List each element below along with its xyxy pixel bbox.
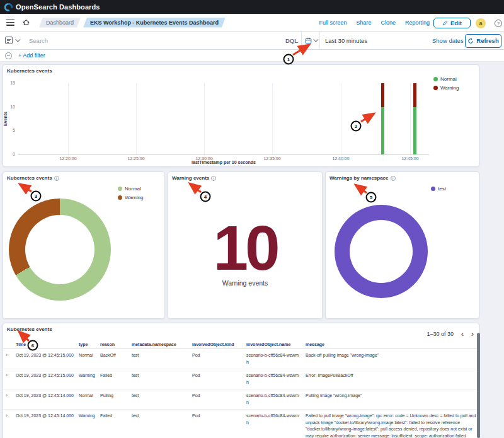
show-dates-link[interactable]: Show dates xyxy=(432,37,464,44)
metric-label: Warning events xyxy=(168,279,322,287)
donut-legend: NormalWarning xyxy=(118,186,144,200)
panel-title[interactable]: Warning eventsi xyxy=(172,175,216,181)
cell-time: Oct 19, 2023 @ 12:45:15.000 xyxy=(13,369,76,389)
y-tick-label: 0 xyxy=(5,152,15,156)
table-row[interactable]: ›Oct 19, 2023 @ 12:45:15.000WarningFaile… xyxy=(3,369,480,389)
expand-row-icon[interactable]: › xyxy=(6,412,8,418)
saved-query-menu[interactable] xyxy=(5,32,19,49)
column-header-type[interactable]: type xyxy=(76,340,98,349)
cell-type: Normal xyxy=(76,389,98,410)
cell-reason: Failed xyxy=(98,410,129,438)
filter-bar: + Add filter xyxy=(0,50,504,62)
cell-name: scenario-b-cff56c84-wzwmh xyxy=(244,389,303,410)
panel-title[interactable]: Kubernetes events xyxy=(7,68,52,74)
nav-toolbar: Dashboard EKS Workshop - Kubernetes Even… xyxy=(0,14,504,32)
cell-reason: Pulling xyxy=(98,389,129,410)
nav-action-clone[interactable]: Clone xyxy=(381,20,396,26)
y-tick-label: 5 xyxy=(5,128,15,132)
refresh-button-label: Refresh xyxy=(476,37,498,44)
table-pagination: 1–30 of 30 ‹ › xyxy=(427,331,474,337)
legend-label: test xyxy=(438,186,446,192)
namespace-donut-chart[interactable] xyxy=(335,205,428,298)
menu-icon[interactable] xyxy=(6,20,14,26)
edit-button-label: Edit xyxy=(450,20,462,26)
info-icon[interactable]: i xyxy=(391,176,396,181)
cell-type: Warning xyxy=(76,410,98,438)
cell-name: scenario-b-cff56c84-wzwmh xyxy=(244,369,303,389)
prev-page-icon[interactable]: ‹ xyxy=(461,331,464,337)
time-range-value[interactable]: Last 30 minutes xyxy=(325,37,367,44)
events-donut-chart[interactable] xyxy=(9,199,111,301)
panel-kubernetes-events-table: Kubernetes events 1–30 of 30 ‹ › Timetyp… xyxy=(3,323,479,438)
expand-row-icon[interactable]: › xyxy=(6,372,8,378)
cell-namespace: test xyxy=(129,349,190,369)
filter-options-icon[interactable] xyxy=(5,52,12,59)
help-icon[interactable]: ? xyxy=(495,20,502,27)
refresh-button[interactable]: Refresh xyxy=(465,34,501,48)
expand-cell: › xyxy=(3,369,13,389)
chevron-down-icon xyxy=(313,37,318,42)
legend-item-warning[interactable]: Warning xyxy=(118,195,144,200)
query-language-toggle[interactable]: DQL xyxy=(285,37,298,44)
nav-action-share[interactable]: Share xyxy=(356,20,371,26)
bar-normal[interactable] xyxy=(413,107,416,154)
legend-item-test[interactable]: test xyxy=(431,186,446,192)
bar-warning[interactable] xyxy=(413,83,416,107)
legend-item-normal[interactable]: Normal xyxy=(433,76,459,82)
next-page-icon[interactable]: › xyxy=(471,331,474,337)
bar-normal[interactable] xyxy=(381,107,384,154)
date-picker-button[interactable] xyxy=(301,32,320,49)
column-header-involvedobject-name[interactable]: involvedObject.name xyxy=(244,340,303,349)
info-icon[interactable]: i xyxy=(211,176,216,181)
cell-reason: Failed xyxy=(98,369,129,389)
cell-namespace: test xyxy=(129,389,190,410)
gridline xyxy=(204,83,205,154)
home-icon[interactable] xyxy=(22,18,30,26)
cell-time: Oct 19, 2023 @ 12:45:15.000 xyxy=(13,349,76,369)
nav-action-reporting[interactable]: Reporting xyxy=(405,20,430,26)
column-header-reason[interactable]: reason xyxy=(98,340,129,349)
panel-title[interactable]: Kubernetes events xyxy=(7,326,52,332)
edit-button[interactable]: Edit xyxy=(433,18,471,28)
y-tick-label: 15 xyxy=(5,81,15,85)
user-avatar[interactable]: a xyxy=(476,18,486,28)
legend-dot-icon xyxy=(433,86,438,90)
column-header-involvedobject-kind[interactable]: involvedObject.kind xyxy=(190,340,244,349)
annotation-circle-4: 4 xyxy=(200,192,211,202)
expand-row-icon[interactable]: › xyxy=(6,392,8,398)
cell-type: Normal xyxy=(76,349,98,369)
events-table: Timetypereasonmetadata.namespaceinvolved… xyxy=(3,340,480,438)
add-filter-link[interactable]: + Add filter xyxy=(18,52,45,59)
expand-row-icon[interactable]: › xyxy=(6,352,8,358)
expand-column-header xyxy=(3,340,13,349)
gridline xyxy=(410,83,411,154)
column-header-message[interactable]: message xyxy=(303,340,480,349)
search-input[interactable] xyxy=(29,32,268,49)
legend-item-warning[interactable]: Warning xyxy=(433,85,459,91)
column-header-metadata-namespace[interactable]: metadata.namespace xyxy=(129,340,190,349)
table-row[interactable]: ›Oct 19, 2023 @ 12:45:15.000NormalBackOf… xyxy=(3,349,480,369)
info-icon[interactable]: i xyxy=(54,176,59,181)
vertical-scrollbar[interactable] xyxy=(477,333,480,438)
cell-kind: Pod xyxy=(190,369,244,389)
opensearch-logo-icon[interactable] xyxy=(4,3,13,11)
gridline xyxy=(136,83,137,154)
breadcrumb-current-dashboard[interactable]: EKS Workshop - Kubernetes Events Dashboa… xyxy=(83,18,226,28)
nav-action-full-screen[interactable]: Full screen xyxy=(319,20,346,26)
column-header-time[interactable]: Time xyxy=(13,340,76,349)
expand-cell: › xyxy=(3,349,13,369)
cell-name: scenario-b-cff56c84-wzwmh xyxy=(244,349,303,369)
panel-kubernetes-events-histogram: Kubernetes events Events 05101512:20:001… xyxy=(3,64,479,167)
panel-title[interactable]: Kubernetes eventsi xyxy=(7,175,59,181)
table-row[interactable]: ›Oct 19, 2023 @ 12:45:14.000WarningFaile… xyxy=(3,410,480,438)
bar-warning[interactable] xyxy=(381,83,384,107)
panel-title[interactable]: Warnings by namespacei xyxy=(329,175,396,181)
metric-value: 10 xyxy=(168,222,322,273)
query-bar: DQL Last 30 minutes Show dates Refresh xyxy=(0,32,504,50)
breadcrumb-dashboard[interactable]: Dashboard xyxy=(39,18,81,28)
legend-item-normal[interactable]: Normal xyxy=(118,186,144,192)
table-row[interactable]: ›Oct 19, 2023 @ 12:45:14.000NormalPullin… xyxy=(3,389,480,410)
cell-kind: Pod xyxy=(190,349,244,369)
cell-namespace: test xyxy=(129,410,190,438)
cell-reason: BackOff xyxy=(98,349,129,369)
